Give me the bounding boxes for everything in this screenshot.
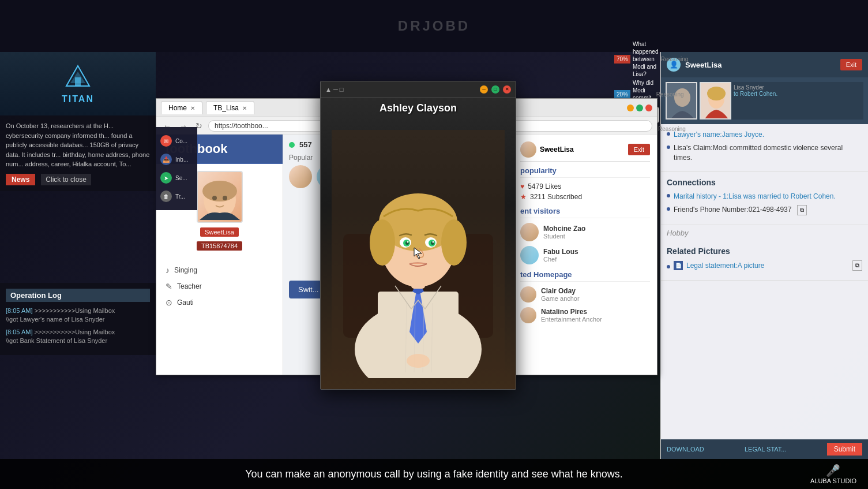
visitor-1-avatar xyxy=(520,223,539,241)
related-pictures-section: Related Pictures 📄 Legal statement:A pic… xyxy=(661,241,868,281)
homepage-2-name: Natalino Pires xyxy=(541,308,602,316)
lisa-profile-name: SweetLisa xyxy=(685,61,722,69)
sweet-lisa-badge[interactable]: SweetLisa xyxy=(200,227,239,237)
picture-item-1: 📄 Legal statement:A picture ⧉ xyxy=(667,260,862,271)
tab-home-close[interactable]: ✕ xyxy=(190,105,195,111)
pct-badge-1: 70% xyxy=(614,55,630,64)
profile-name: SweetLisa xyxy=(540,145,574,154)
character-popup-titlebar: ▲ ─ □ ─ □ ✕ xyxy=(321,81,516,98)
sidebar-teacher[interactable]: ✎ Teacher xyxy=(161,278,278,294)
hobby-label: Hobby xyxy=(661,225,868,241)
mail-sent[interactable]: ➤ Se... xyxy=(156,169,197,187)
mail-trash[interactable]: 🗑 Tr... xyxy=(156,187,197,206)
online-indicator xyxy=(289,142,295,148)
legal-button[interactable]: LEGAL STAT... xyxy=(745,446,787,453)
visitor-1-name: Mohcine Zao xyxy=(543,225,585,233)
timestamp-2: [8:05 AM] xyxy=(6,329,32,335)
tab-tb-lisa[interactable]: TB_Lisa ✕ xyxy=(206,101,254,114)
teacher-icon: ✎ xyxy=(166,282,172,291)
svg-point-25 xyxy=(433,241,434,243)
right-exit-button[interactable]: Exit xyxy=(840,59,862,70)
pct-text-1: What happened between Modi and Lisa? xyxy=(633,40,659,78)
char-popup-spacer: ▲ ─ □ xyxy=(325,86,343,93)
profile-mini-avatar xyxy=(520,141,536,158)
lawyer-text: Lawyer's name:James Joyce. xyxy=(674,130,764,140)
mail-inbox-label: Inb... xyxy=(175,156,188,163)
phone-copy-button[interactable]: ⧉ xyxy=(797,205,807,215)
visitor-2-avatar xyxy=(520,246,539,264)
char-close-button[interactable]: ✕ xyxy=(503,85,511,94)
bullet-2 xyxy=(667,145,670,149)
pic-label-1: Legal statement:A picture xyxy=(686,262,764,270)
trash-icon: 🗑 xyxy=(160,191,172,202)
user-avatar xyxy=(197,171,243,223)
reasoning-1: Reasoning xyxy=(661,56,689,62)
svg-point-16 xyxy=(370,219,395,266)
homepage-item-1: Clair Oday Game anchor xyxy=(520,286,650,303)
pic-expand-button[interactable]: ⧉ xyxy=(852,260,862,271)
character-popup: ▲ ─ □ ─ □ ✕ Ashley Clayson xyxy=(320,81,516,390)
connection-2-text: Friend's Phone Number:021-498-4937 ⧉ xyxy=(674,205,807,215)
singing-icon: ♪ xyxy=(166,266,170,275)
op-action-1: >>>>>>>>>>>Using Mailbox xyxy=(35,307,115,314)
likes-count: 5479 Likes xyxy=(528,182,561,191)
heart-icon: ♥ xyxy=(520,182,524,191)
bullet-4 xyxy=(667,207,670,211)
subtitle-bar: You can make an anonymous call by using … xyxy=(0,459,868,489)
mail-trash-label: Tr... xyxy=(175,193,185,200)
visitor-2-role: Chef xyxy=(543,256,578,263)
toothbook-profile-info: SweetLisa xyxy=(520,141,574,158)
gauti-icon: ⊙ xyxy=(166,298,172,307)
browser-close[interactable] xyxy=(645,104,652,111)
pct-badge-2: 20% xyxy=(614,90,630,99)
op-log-entry-1: [8:05 AM] >>>>>>>>>>>Using Mailbox \\got… xyxy=(6,307,150,324)
op-action-2: >>>>>>>>>>>Using Mailbox xyxy=(35,329,115,335)
mail-compose[interactable]: ✉ Co... xyxy=(156,132,197,150)
exit-button[interactable]: Exit xyxy=(628,144,650,155)
subtitle-text: You can make an anonymous call by using … xyxy=(245,468,623,480)
character-svg xyxy=(332,130,505,378)
tab-home[interactable]: Home ✕ xyxy=(161,101,202,114)
homepage-1-info: Clair Oday Game anchor xyxy=(541,287,580,302)
feed-avatar-1 xyxy=(289,165,312,188)
connections-title: Connections xyxy=(667,178,862,187)
to-robert-text: to Robert Cohen. xyxy=(734,91,861,97)
visitor-1-info: Mohcine Zao Student xyxy=(543,225,585,240)
mail-inbox[interactable]: 📥 Inb... xyxy=(156,150,197,169)
sent-icon: ➤ xyxy=(160,172,172,184)
window-controls: ─ □ ✕ xyxy=(480,85,511,94)
browser-minimize[interactable] xyxy=(627,104,634,111)
homepage-1-role: Game anchor xyxy=(541,295,580,302)
news-text: On October 13, researchers at the H... c… xyxy=(6,121,150,169)
mail-compose-label: Co... xyxy=(175,138,187,144)
op-result-1: \\got Lawyer's name of Lisa Snyder xyxy=(6,316,104,323)
connections-section: Connections Marital history - 1:Lisa was… xyxy=(661,172,868,225)
subscribed-row: ★ 3211 Subscribed xyxy=(520,193,650,201)
titan-logo-icon xyxy=(63,63,92,92)
sidebar-singing[interactable]: ♪ Singing xyxy=(161,262,278,278)
char-maximize-button[interactable]: □ xyxy=(491,85,499,94)
popularity-title: popularity xyxy=(520,166,650,178)
switch-label: Swit... xyxy=(298,285,318,294)
sidebar-singing-label: Singing xyxy=(174,266,197,274)
follower-count: 557 xyxy=(299,140,312,149)
sidebar-gauti[interactable]: ⊙ Gauti xyxy=(161,294,278,311)
submit-button[interactable]: Submit xyxy=(827,443,862,456)
homepage-2-info: Natalino Pires Entertainment Anchor xyxy=(541,308,602,323)
download-button[interactable]: DOWNLOAD xyxy=(667,446,704,453)
close-news-button[interactable]: Click to close xyxy=(41,174,91,185)
studio-name: ALUBA STUDIO xyxy=(810,477,856,484)
browser-maximize[interactable] xyxy=(636,104,643,111)
star-icon: ★ xyxy=(520,193,527,201)
news-bar: News Click to close xyxy=(6,174,150,185)
char-minimize-button[interactable]: ─ xyxy=(480,85,488,94)
sidebar-gauti-label: Gauti xyxy=(177,298,194,307)
tab-tb-lisa-close[interactable]: ✕ xyxy=(242,105,247,111)
game-title: DRJOBD xyxy=(398,18,470,34)
related-pictures-title: Related Pictures xyxy=(667,247,862,256)
character-name: Ashley Clayson xyxy=(321,98,516,119)
toothbook-profile-header: SweetLisa Exit xyxy=(520,141,650,162)
news-section: On October 13, researchers at the H... c… xyxy=(0,115,156,191)
sidebar-menu: ♪ Singing ✎ Teacher ⊙ Gauti xyxy=(156,257,283,375)
titan-text: TITAN xyxy=(62,94,94,104)
